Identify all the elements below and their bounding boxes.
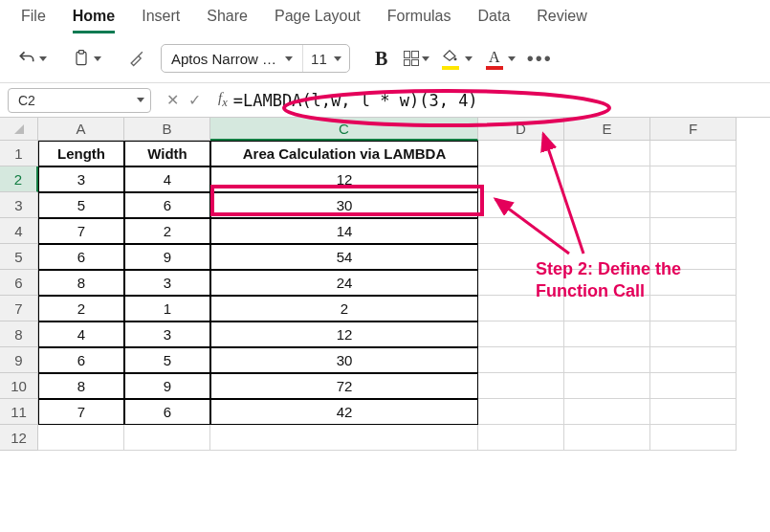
cell-c11[interactable]: 42 bbox=[210, 399, 478, 425]
cell-a5[interactable]: 6 bbox=[38, 244, 124, 270]
cell-f4[interactable] bbox=[650, 218, 737, 244]
cell-b6[interactable]: 3 bbox=[124, 270, 210, 296]
row-header-2[interactable]: 2 bbox=[0, 166, 38, 192]
cell-e1[interactable] bbox=[564, 141, 650, 166]
cell-c2[interactable]: 12 bbox=[210, 166, 478, 192]
cell-f11[interactable] bbox=[650, 399, 737, 425]
font-color-button[interactable]: A bbox=[480, 44, 519, 73]
cell-c1[interactable]: Area Calculation via LAMBDA bbox=[210, 141, 478, 166]
cell-e3[interactable] bbox=[564, 192, 650, 218]
select-all-corner[interactable] bbox=[0, 118, 38, 141]
cell-e9[interactable] bbox=[564, 347, 650, 373]
tab-formulas[interactable]: Formulas bbox=[387, 8, 451, 31]
cell-a10[interactable]: 8 bbox=[38, 373, 124, 399]
cell-d3[interactable] bbox=[478, 192, 564, 218]
cell-f12[interactable] bbox=[650, 425, 737, 451]
row-header-4[interactable]: 4 bbox=[0, 218, 38, 244]
cell-e11[interactable] bbox=[564, 399, 650, 425]
row-header-10[interactable]: 10 bbox=[0, 373, 38, 399]
bold-button[interactable]: B bbox=[367, 44, 396, 73]
format-painter-button[interactable] bbox=[122, 44, 151, 73]
row-header-1[interactable]: 1 bbox=[0, 141, 38, 166]
row-header-11[interactable]: 11 bbox=[0, 399, 38, 425]
cell-a6[interactable]: 8 bbox=[38, 270, 124, 296]
row-header-7[interactable]: 7 bbox=[0, 296, 38, 321]
accept-formula-button[interactable]: ✓ bbox=[188, 91, 201, 109]
cell-d9[interactable] bbox=[478, 347, 564, 373]
tab-home[interactable]: Home bbox=[73, 8, 115, 33]
row-header-8[interactable]: 8 bbox=[0, 321, 38, 347]
row-header-3[interactable]: 3 bbox=[0, 192, 38, 218]
tab-share[interactable]: Share bbox=[207, 8, 248, 31]
cell-d11[interactable] bbox=[478, 399, 564, 425]
cell-a4[interactable]: 7 bbox=[38, 218, 124, 244]
cell-c7[interactable]: 2 bbox=[210, 296, 478, 321]
tab-file[interactable]: File bbox=[21, 8, 46, 31]
cell-c10[interactable]: 72 bbox=[210, 373, 478, 399]
undo-button[interactable] bbox=[13, 44, 51, 73]
cell-a11[interactable]: 7 bbox=[38, 399, 124, 425]
cell-a8[interactable]: 4 bbox=[38, 321, 124, 347]
col-header-b[interactable]: B bbox=[124, 118, 210, 141]
cell-f10[interactable] bbox=[650, 373, 737, 399]
cell-a3[interactable]: 5 bbox=[38, 192, 124, 218]
formula-input[interactable]: =LAMBDA(l,w, l * w)(3, 4) bbox=[233, 91, 478, 110]
cell-d10[interactable] bbox=[478, 373, 564, 399]
cell-c4[interactable]: 14 bbox=[210, 218, 478, 244]
cell-f1[interactable] bbox=[650, 141, 737, 166]
cell-d12[interactable] bbox=[478, 425, 564, 451]
cell-b12[interactable] bbox=[124, 425, 210, 451]
cell-c6[interactable]: 24 bbox=[210, 270, 478, 296]
cell-d8[interactable] bbox=[478, 321, 564, 347]
cell-e12[interactable] bbox=[564, 425, 650, 451]
cell-e2[interactable] bbox=[564, 166, 650, 192]
col-header-e[interactable]: E bbox=[564, 118, 650, 141]
cell-b1[interactable]: Width bbox=[124, 141, 210, 166]
borders-button[interactable] bbox=[400, 44, 433, 73]
cell-c8[interactable]: 12 bbox=[210, 321, 478, 347]
cancel-formula-button[interactable]: ✕ bbox=[166, 91, 179, 109]
tab-insert[interactable]: Insert bbox=[142, 8, 180, 31]
paste-button[interactable] bbox=[68, 44, 105, 73]
cell-b7[interactable]: 1 bbox=[124, 296, 210, 321]
cell-b8[interactable]: 3 bbox=[124, 321, 210, 347]
row-header-9[interactable]: 9 bbox=[0, 347, 38, 373]
cell-f8[interactable] bbox=[650, 321, 737, 347]
tab-data[interactable]: Data bbox=[478, 8, 511, 31]
cell-d1[interactable] bbox=[478, 141, 564, 166]
cell-b3[interactable]: 6 bbox=[124, 192, 210, 218]
cell-b5[interactable]: 9 bbox=[124, 244, 210, 270]
cell-c3[interactable]: 30 bbox=[210, 192, 478, 218]
cell-c9[interactable]: 30 bbox=[210, 347, 478, 373]
row-header-6[interactable]: 6 bbox=[0, 270, 38, 296]
fill-color-button[interactable] bbox=[437, 44, 476, 73]
cell-f3[interactable] bbox=[650, 192, 737, 218]
cell-a2[interactable]: 3 bbox=[38, 166, 124, 192]
cell-f2[interactable] bbox=[650, 166, 737, 192]
cell-b2[interactable]: 4 bbox=[124, 166, 210, 192]
cell-b9[interactable]: 5 bbox=[124, 347, 210, 373]
cell-a1[interactable]: Length bbox=[38, 141, 124, 166]
font-size-dropdown[interactable]: 11 bbox=[303, 51, 349, 67]
cell-e10[interactable] bbox=[564, 373, 650, 399]
cell-b4[interactable]: 2 bbox=[124, 218, 210, 244]
tab-review[interactable]: Review bbox=[537, 8, 586, 31]
more-commands-button[interactable]: ••• bbox=[527, 48, 553, 70]
cell-a9[interactable]: 6 bbox=[38, 347, 124, 373]
cell-a7[interactable]: 2 bbox=[38, 296, 124, 321]
row-header-5[interactable]: 5 bbox=[0, 244, 38, 270]
font-name-dropdown[interactable]: Aptos Narrow … bbox=[162, 45, 303, 72]
col-header-a[interactable]: A bbox=[38, 118, 124, 141]
cell-b10[interactable]: 9 bbox=[124, 373, 210, 399]
col-header-c[interactable]: C bbox=[210, 118, 478, 141]
cell-c12[interactable] bbox=[210, 425, 478, 451]
tab-page-layout[interactable]: Page Layout bbox=[275, 8, 361, 31]
cell-d4[interactable] bbox=[478, 218, 564, 244]
cell-c5[interactable]: 54 bbox=[210, 244, 478, 270]
col-header-f[interactable]: F bbox=[650, 118, 737, 141]
cell-d2[interactable] bbox=[478, 166, 564, 192]
col-header-d[interactable]: D bbox=[478, 118, 564, 141]
cell-f9[interactable] bbox=[650, 347, 737, 373]
row-header-12[interactable]: 12 bbox=[0, 425, 38, 451]
cell-e4[interactable] bbox=[564, 218, 650, 244]
